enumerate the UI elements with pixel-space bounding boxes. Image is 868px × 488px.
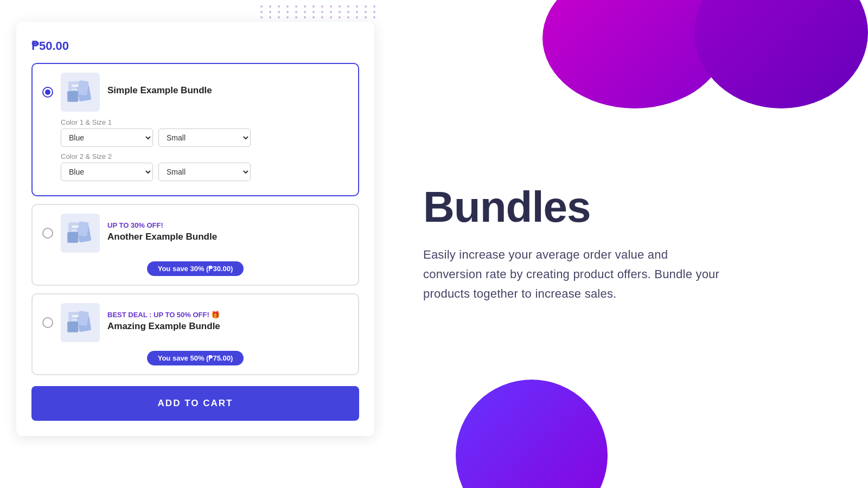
color2-size2-label: Color 2 & Size 2 [61, 152, 348, 160]
bundle-2-discount: UP TO 30% OFF! [107, 221, 348, 229]
svg-rect-11 [67, 232, 78, 243]
color2-size2-row: Blue Red Green Small Medium Large [61, 163, 348, 181]
bundle-option-3-header: BEST DEAL : UP TO 50% OFF! 🎁 Amazing Exa… [42, 303, 348, 342]
bundle-2-info: UP TO 30% OFF! Another Example Bundle [107, 221, 348, 246]
price-tag: ₱50.00 [31, 39, 359, 53]
bundle-1-selects: Color 1 & Size 1 Blue Red Green Small Me… [61, 118, 348, 187]
bundle-2-bottom: You save 30% (₱30.00) [42, 256, 348, 276]
svg-rect-16 [77, 311, 88, 326]
bundle-radio-3[interactable] [42, 317, 53, 328]
svg-rect-17 [67, 322, 78, 332]
bundle-3-bottom: You save 50% (₱75.00) [42, 345, 348, 365]
bundle-option-2-header: UP TO 30% OFF! Another Example Bundle [42, 214, 348, 253]
left-panel: ₱50.00 [0, 0, 391, 488]
bundle-product-img-1 [61, 73, 100, 112]
bundle-3-savings: You save 50% (₱75.00) [147, 351, 244, 365]
select-group-color2-size2: Color 2 & Size 2 Blue Red Green Small Me… [61, 152, 348, 181]
bundle-option-3[interactable]: BEST DEAL : UP TO 50% OFF! 🎁 Amazing Exa… [31, 293, 359, 375]
bundle-option-1-header: Simple Example Bundle [42, 73, 348, 112]
bundles-description: Easily increase your average order value… [423, 245, 727, 304]
bundle-option-1[interactable]: Simple Example Bundle Color 1 & Size 1 B… [31, 63, 359, 196]
bundle-product-img-2 [61, 214, 100, 253]
bundle-2-savings: You save 30% (₱30.00) [147, 261, 244, 276]
size2-select[interactable]: Small Medium Large [158, 163, 251, 181]
bundle-1-title: Simple Example Bundle [107, 85, 348, 96]
color1-size1-label: Color 1 & Size 1 [61, 118, 348, 126]
svg-rect-10 [77, 221, 88, 236]
product-card: ₱50.00 [16, 22, 374, 436]
bundle-3-discount: BEST DEAL : UP TO 50% OFF! 🎁 [107, 311, 348, 319]
bundle-option-2[interactable]: UP TO 30% OFF! Another Example Bundle Yo… [31, 204, 359, 286]
bundle-radio-2[interactable] [42, 228, 53, 239]
add-to-cart-button[interactable]: ADD TO CART [31, 386, 359, 421]
bundle-1-info: Simple Example Bundle [107, 85, 348, 99]
bundles-heading: Bundles [423, 184, 825, 230]
color1-size1-row: Blue Red Green Small Medium Large [61, 129, 348, 147]
svg-rect-5 [67, 91, 78, 102]
bundle-product-img-3 [61, 303, 100, 342]
bundle-3-info: BEST DEAL : UP TO 50% OFF! 🎁 Amazing Exa… [107, 311, 348, 335]
select-group-color1-size1: Color 1 & Size 1 Blue Red Green Small Me… [61, 118, 348, 147]
color1-select[interactable]: Blue Red Green [61, 129, 153, 147]
page-layout: ₱50.00 [0, 0, 868, 488]
bundle-2-title: Another Example Bundle [107, 232, 348, 242]
size1-select[interactable]: Small Medium Large [158, 129, 251, 147]
color2-select[interactable]: Blue Red Green [61, 163, 153, 181]
right-panel: Bundles Easily increase your average ord… [391, 0, 868, 488]
bundle-3-title: Amazing Example Bundle [107, 321, 348, 332]
svg-rect-4 [77, 80, 88, 95]
bundle-radio-1[interactable] [42, 87, 53, 98]
